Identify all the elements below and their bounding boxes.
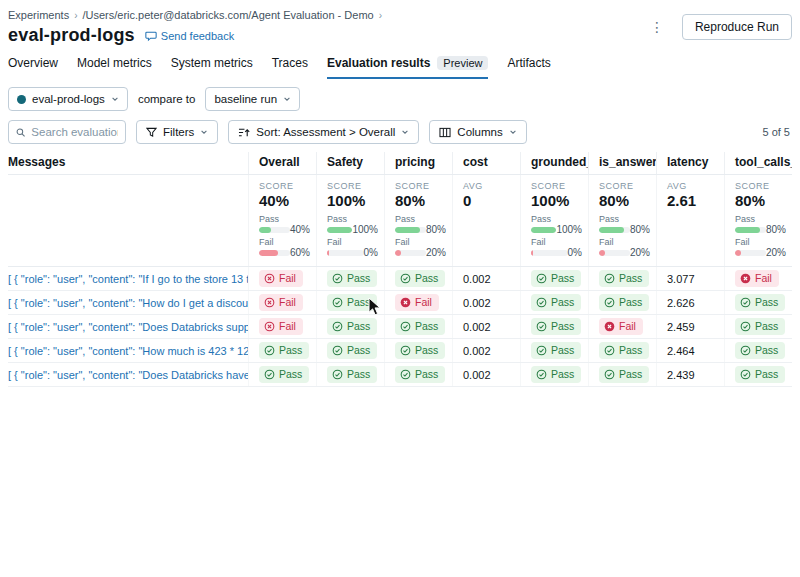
column-header-safety[interactable]: Safety: [316, 152, 384, 174]
column-header-messages[interactable]: Messages: [8, 152, 248, 174]
badge-label: Pass: [347, 320, 370, 333]
pass-check-icon: [604, 369, 615, 380]
fail-filled-icon: [604, 321, 615, 332]
overflow-menu-icon[interactable]: ⋮: [646, 18, 668, 36]
tab-traces[interactable]: Traces: [272, 56, 308, 79]
cell-safety: Pass: [316, 339, 384, 362]
tab-bar: OverviewModel metricsSystem metricsTrace…: [0, 46, 800, 79]
run-selector-dropdown[interactable]: eval-prod-logs: [8, 87, 128, 111]
pass-check-icon: [264, 369, 275, 380]
message-link[interactable]: [ { "role": "user", "content": "Does Dat…: [8, 321, 248, 333]
pass-percentage: 40%: [290, 224, 310, 235]
search-evaluations-box[interactable]: [8, 120, 126, 144]
numeric-value: 0.002: [463, 297, 491, 309]
pass-badge: Pass: [327, 366, 377, 383]
pass-check-icon: [536, 345, 547, 356]
pass-label: Pass: [735, 214, 786, 224]
chevron-down-icon: [283, 95, 291, 103]
column-header-cost[interactable]: cost: [452, 152, 520, 174]
stat-value: 80%: [395, 192, 446, 209]
cell-cost: 0.002: [452, 267, 520, 290]
pass-bar-track: [395, 227, 426, 233]
fail-rate-bar: Fail20%: [735, 237, 786, 258]
stat-label: SCORE: [531, 181, 582, 191]
pass-check-icon: [536, 297, 547, 308]
tab-label: Artifacts: [507, 56, 550, 70]
cell-latency: 2.464: [656, 339, 724, 362]
cell-pricing: Fail: [384, 291, 452, 314]
fail-badge: Fail: [395, 294, 439, 311]
fail-badge: Fail: [259, 270, 303, 287]
numeric-value: 0.002: [463, 345, 491, 357]
search-input[interactable]: [31, 126, 118, 138]
column-header-is-answer-rel-[interactable]: is_answer_rel...: [588, 152, 656, 174]
fail-percentage: 20%: [426, 247, 446, 258]
pass-badge: Pass: [735, 294, 785, 311]
cell-is-answer-rel-: Fail: [588, 315, 656, 338]
numeric-value: 3.077: [667, 273, 695, 285]
message-link[interactable]: [ { "role": "user", "content": "If I go …: [8, 273, 248, 285]
column-header-grounded-in-t-[interactable]: grounded_in_t...: [520, 152, 588, 174]
sort-button[interactable]: Sort: Assessment > Overall: [228, 120, 419, 144]
pass-badge: Pass: [327, 342, 377, 359]
pass-bar-track: [327, 227, 352, 233]
badge-label: Pass: [755, 296, 778, 309]
column-header-overall[interactable]: Overall: [248, 152, 316, 174]
tab-model-metrics[interactable]: Model metrics: [77, 56, 152, 79]
fail-percentage: 60%: [290, 247, 310, 258]
breadcrumb-experiments-link[interactable]: Experiments: [8, 9, 69, 21]
cell-safety: Pass: [316, 363, 384, 386]
pass-label: Pass: [395, 214, 446, 224]
pass-fail-bars: Pass40%Fail60%: [259, 214, 310, 258]
stat-label: SCORE: [735, 181, 786, 191]
baseline-run-dropdown[interactable]: baseline run: [205, 87, 300, 111]
stat-value: 100%: [531, 192, 582, 209]
summary-cell-messages: [8, 175, 248, 266]
reproduce-run-button[interactable]: Reproduce Run: [682, 14, 792, 40]
message-link[interactable]: [ { "role": "user", "content": "How much…: [8, 345, 248, 357]
pass-badge: Pass: [395, 270, 445, 287]
fail-filled-icon: [400, 297, 411, 308]
badge-label: Pass: [619, 368, 642, 381]
column-header-tool-calls-are-[interactable]: tool_calls_are...: [724, 152, 792, 174]
cell-tool-calls-are-: Pass: [724, 339, 792, 362]
cell-grounded-in-t-: Pass: [520, 339, 588, 362]
table-row[interactable]: [ { "role": "user", "content": "If I go …: [8, 267, 792, 291]
columns-icon: [439, 127, 451, 138]
message-link[interactable]: [ { "role": "user", "content": "Does Dat…: [8, 369, 248, 381]
toolbar: Filters Sort: Assessment > Overall Colum…: [0, 111, 800, 144]
pass-check-icon: [332, 369, 343, 380]
run-color-dot: [17, 95, 26, 104]
pass-check-icon: [740, 297, 751, 308]
filters-button[interactable]: Filters: [136, 120, 218, 144]
column-header-latency[interactable]: latency: [656, 152, 724, 174]
cell-cost: 0.002: [452, 315, 520, 338]
column-header-pricing[interactable]: pricing: [384, 152, 452, 174]
summary-cell-is-answer-rel-: SCORE80%Pass80%Fail20%: [588, 175, 656, 266]
pass-badge: Pass: [599, 342, 649, 359]
tab-artifacts[interactable]: Artifacts: [507, 56, 550, 79]
cell-safety: Pass: [316, 267, 384, 290]
tab-system-metrics[interactable]: System metrics: [171, 56, 253, 79]
stat-label: SCORE: [599, 181, 650, 191]
fail-bar-track: [531, 250, 568, 256]
table-row[interactable]: [ { "role": "user", "content": "How do I…: [8, 291, 792, 315]
columns-button[interactable]: Columns: [429, 120, 526, 144]
badge-label: Pass: [347, 272, 370, 285]
table-row[interactable]: [ { "role": "user", "content": "How much…: [8, 339, 792, 363]
pass-fail-bars: Pass100%Fail0%: [531, 214, 582, 258]
table-row[interactable]: [ { "role": "user", "content": "Does Dat…: [8, 315, 792, 339]
pass-check-icon: [400, 345, 411, 356]
badge-label: Pass: [415, 344, 438, 357]
breadcrumb-experiment-path-link[interactable]: /Users/eric.peter@databricks.com/Agent E…: [82, 9, 373, 21]
table-row[interactable]: [ { "role": "user", "content": "Does Dat…: [8, 363, 792, 387]
pass-badge: Pass: [599, 270, 649, 287]
fail-rate-bar: Fail0%: [531, 237, 582, 258]
tab-overview[interactable]: Overview: [8, 56, 58, 79]
badge-label: Pass: [347, 368, 370, 381]
tab-evaluation-results[interactable]: Evaluation resultsPreview: [327, 56, 489, 79]
cell-pricing: Pass: [384, 267, 452, 290]
send-feedback-link[interactable]: Send feedback: [145, 30, 234, 42]
pass-bar-fill: [531, 227, 556, 233]
message-link[interactable]: [ { "role": "user", "content": "How do I…: [8, 297, 248, 309]
